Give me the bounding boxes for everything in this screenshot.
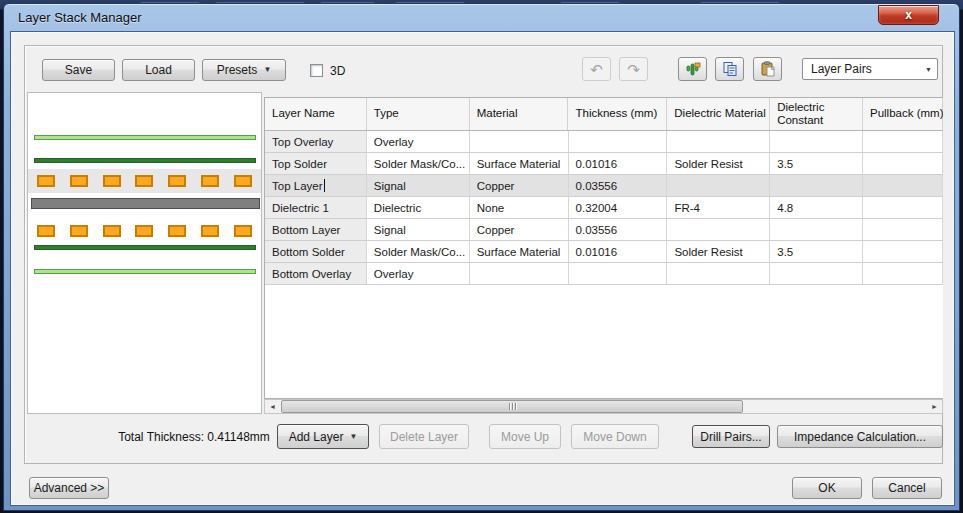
- cell-name[interactable]: Bottom Layer: [265, 219, 367, 241]
- undo-button[interactable]: ↶: [582, 57, 611, 81]
- cell-material[interactable]: Surface Material: [470, 153, 569, 175]
- cell-thickness[interactable]: 0.03556: [569, 175, 668, 197]
- stack-preview-button[interactable]: [678, 57, 707, 81]
- paste-icon: [760, 61, 776, 77]
- table-row[interactable]: Top OverlayOverlay: [265, 131, 943, 153]
- add-layer-button[interactable]: Add Layer ▼: [277, 424, 369, 449]
- 3d-checkbox[interactable]: [310, 64, 323, 77]
- redo-icon: ↷: [627, 62, 640, 77]
- cell-thickness[interactable]: [569, 263, 668, 285]
- table-row[interactable]: Top LayerSignalCopper0.03556: [265, 175, 943, 197]
- copper-pad: [234, 225, 252, 237]
- cell-material[interactable]: Copper: [470, 175, 569, 197]
- cell-dmat[interactable]: Solder Resist: [667, 153, 770, 175]
- cell-pullback[interactable]: [863, 131, 943, 153]
- cell-pullback[interactable]: [863, 197, 943, 219]
- scroll-left-arrow-icon[interactable]: ◄: [265, 400, 280, 413]
- cell-name[interactable]: Top Solder: [265, 153, 367, 175]
- cell-name[interactable]: Bottom Solder: [265, 241, 367, 263]
- cell-thickness[interactable]: 0.32004: [569, 197, 668, 219]
- cell-type[interactable]: Signal: [367, 219, 470, 241]
- cell-name[interactable]: Dielectric 1: [265, 197, 367, 219]
- load-button[interactable]: Load: [122, 59, 195, 81]
- table-row[interactable]: Bottom OverlayOverlay: [265, 263, 943, 285]
- column-header-material[interactable]: Material: [470, 98, 569, 130]
- cell-name[interactable]: Top Layer: [265, 175, 367, 197]
- cell-material[interactable]: None: [470, 197, 569, 219]
- cell-pullback[interactable]: [863, 219, 943, 241]
- delete-layer-button[interactable]: Delete Layer: [379, 424, 469, 449]
- horizontal-scrollbar[interactable]: ◄ ►: [264, 399, 943, 414]
- cell-type[interactable]: Solder Mask/Co...: [367, 241, 470, 263]
- cell-name[interactable]: Top Overlay: [265, 131, 367, 153]
- advanced-button[interactable]: Advanced >>: [29, 477, 109, 499]
- cell-dmat[interactable]: [667, 219, 770, 241]
- cancel-button[interactable]: Cancel: [872, 477, 942, 499]
- dialog-client-area: Save Load Presets ▼ 3D ↶ ↷: [10, 31, 955, 506]
- cell-dmat[interactable]: Solder Resist: [667, 241, 770, 263]
- cell-dconst[interactable]: [770, 131, 863, 153]
- scrollbar-thumb[interactable]: [281, 400, 743, 413]
- layer-pairs-combobox[interactable]: Layer Pairs ▼: [802, 58, 938, 80]
- move-up-button[interactable]: Move Up: [489, 424, 561, 449]
- plant-icon: [685, 62, 701, 77]
- cell-pullback[interactable]: [863, 263, 943, 285]
- cell-thickness[interactable]: 0.03556: [569, 219, 668, 241]
- table-row[interactable]: Dielectric 1DielectricNone0.32004FR-44.8: [265, 197, 943, 219]
- copper-pad: [168, 175, 186, 187]
- column-header-dmat[interactable]: Dielectric Material: [667, 98, 770, 130]
- cell-dconst[interactable]: 3.5: [770, 153, 863, 175]
- cell-dmat[interactable]: [667, 175, 770, 197]
- cell-material[interactable]: Surface Material: [470, 241, 569, 263]
- cell-dmat[interactable]: [667, 263, 770, 285]
- cell-pullback[interactable]: [863, 153, 943, 175]
- table-row[interactable]: Bottom SolderSolder Mask/Co...Surface Ma…: [265, 241, 943, 263]
- cell-dconst[interactable]: 4.8: [770, 197, 863, 219]
- table-row[interactable]: Bottom LayerSignalCopper0.03556: [265, 219, 943, 241]
- cell-name[interactable]: Bottom Overlay: [265, 263, 367, 285]
- redo-button[interactable]: ↷: [619, 57, 648, 81]
- presets-dropdown-button[interactable]: Presets ▼: [202, 59, 286, 81]
- window-title: Layer Stack Manager: [18, 10, 142, 25]
- cell-material[interactable]: [470, 263, 569, 285]
- cell-thickness[interactable]: 0.01016: [569, 241, 668, 263]
- scrollbar-track[interactable]: [280, 400, 927, 413]
- cell-thickness[interactable]: 0.01016: [569, 153, 668, 175]
- cell-dmat[interactable]: [667, 131, 770, 153]
- paste-button[interactable]: [753, 57, 782, 81]
- column-header-pullback[interactable]: Pullback (mm): [863, 98, 943, 130]
- copy-button[interactable]: [715, 57, 744, 81]
- cell-type[interactable]: Signal: [367, 175, 470, 197]
- scroll-right-arrow-icon[interactable]: ►: [927, 400, 942, 413]
- cell-dmat[interactable]: FR-4: [667, 197, 770, 219]
- cell-material[interactable]: Copper: [470, 219, 569, 241]
- table-row[interactable]: Top SolderSolder Mask/Co...Surface Mater…: [265, 153, 943, 175]
- cell-dconst[interactable]: [770, 263, 863, 285]
- column-header-name[interactable]: Layer Name: [265, 98, 367, 130]
- cell-material[interactable]: [470, 131, 569, 153]
- cell-dconst[interactable]: [770, 175, 863, 197]
- cell-dconst[interactable]: [770, 219, 863, 241]
- column-header-dconst[interactable]: Dielectric Constant: [770, 98, 863, 130]
- move-down-button[interactable]: Move Down: [571, 424, 659, 449]
- cell-type[interactable]: Solder Mask/Co...: [367, 153, 470, 175]
- cell-type[interactable]: Overlay: [367, 131, 470, 153]
- copper-pad: [135, 225, 153, 237]
- copper-pad: [234, 175, 252, 187]
- cell-type[interactable]: Dielectric: [367, 197, 470, 219]
- cell-pullback[interactable]: [863, 175, 943, 197]
- close-button[interactable]: x: [878, 5, 939, 25]
- column-header-type[interactable]: Type: [367, 98, 470, 130]
- cell-type[interactable]: Overlay: [367, 263, 470, 285]
- drill-pairs-button[interactable]: Drill Pairs...: [692, 425, 770, 448]
- cell-dconst[interactable]: 3.5: [770, 241, 863, 263]
- title-bar[interactable]: Layer Stack Manager x: [4, 4, 959, 30]
- column-header-thickness[interactable]: Thickness (mm): [568, 98, 667, 130]
- cell-pullback[interactable]: [863, 241, 943, 263]
- copper-pad: [37, 175, 55, 187]
- dielectric-layer-band: [31, 198, 260, 209]
- cell-thickness[interactable]: [569, 131, 668, 153]
- save-button[interactable]: Save: [42, 59, 115, 81]
- impedance-calculation-button[interactable]: Impedance Calculation...: [777, 425, 943, 448]
- ok-button[interactable]: OK: [792, 477, 862, 499]
